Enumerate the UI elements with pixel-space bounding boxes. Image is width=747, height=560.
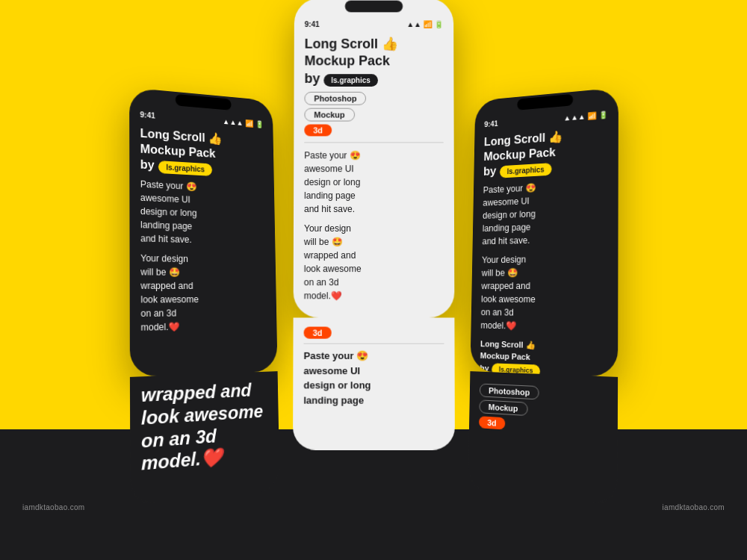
phone-left-body2: Your designwill be 🤩wrapped andlook awes… <box>140 251 267 334</box>
phone-right-inner: 9:41 ▲▲▲ 📶 🔋 Long Scroll 👍Mockup Packby … <box>470 87 619 377</box>
phone-center-title: Long Scroll 👍Mockup Packby ls.graphics <box>304 36 443 87</box>
phone-center-notch <box>338 0 409 14</box>
phone-right-body3: Long Scroll 👍Mockup Packby ls.graphics <box>480 337 607 377</box>
phone-center-tail-text: Paste your 😍awesome UIdesign or longland… <box>303 349 444 408</box>
phone-left-status: 9:41 ▲▲▲ 📶 🔋 <box>140 111 263 128</box>
watermark-left: iamdktaobao.com <box>22 503 84 511</box>
phone-right-icons: ▲▲▲ 📶 🔋 <box>563 111 607 122</box>
phone-left-wrapper: 9:41 ▲▲▲ 📶 🔋 Long Scroll 👍Mockup Packby … <box>129 87 280 505</box>
phone-center-tail: 3d Paste your 😍awesome UIdesign or longl… <box>293 317 455 449</box>
phone-right-tail-tags: Photoshop Mockup 3d <box>479 383 607 436</box>
phone-center-notch-pill <box>344 1 402 13</box>
phone-center-time: 9:41 <box>304 20 319 28</box>
phone-left-time: 9:41 <box>140 111 155 119</box>
phone-center-body1: Paste your 😍awesome UIdesign or longland… <box>304 149 444 216</box>
phone-center-tag-3d: 3d <box>304 125 332 137</box>
phone-right-badge: ls.graphics <box>499 162 552 178</box>
phone-left-inner: 9:41 ▲▲▲ 📶 🔋 Long Scroll 👍Mockup Packby … <box>129 87 278 377</box>
watermark-right: iamdktaobao.com <box>663 503 725 511</box>
phone-center-status: 9:41 ▲▲ 📶 🔋 <box>304 20 443 28</box>
phones-row: 9:41 ▲▲▲ 📶 🔋 Long Scroll 👍Mockup Packby … <box>37 15 710 448</box>
phone-right-tail-tag-mockup: Mockup <box>479 399 527 416</box>
phone-center-wrapper: 9:41 ▲▲ 📶 🔋 Long Scroll 👍Mockup Packby l… <box>293 0 455 450</box>
phone-right-time: 9:41 <box>484 119 498 128</box>
phone-left-tail-italic: wrapped andlook awesomeon an 3dmodel.❤️ <box>140 379 269 476</box>
phone-right-status: 9:41 ▲▲▲ 📶 🔋 <box>484 111 607 128</box>
phone-center-tag-mockup: Mockup <box>304 108 354 122</box>
phone-center-body: 9:41 ▲▲ 📶 🔋 Long Scroll 👍Mockup Packby l… <box>293 0 454 317</box>
phone-left-notch-pill <box>175 94 231 111</box>
phone-right-tail-tag-3d: 3d <box>479 416 505 429</box>
phone-center-tail-tag-3d: 3d <box>303 327 331 339</box>
phone-right-tail-tag-photoshop: Photoshop <box>479 383 539 399</box>
phone-left-body1: Paste your 😍awesome UIdesign or longland… <box>140 177 265 248</box>
phone-center-tag-photoshop: Photoshop <box>304 92 366 105</box>
phone-left-tail-content: wrapped andlook awesomeon an 3dmodel.❤️ <box>129 371 279 485</box>
phone-center-body2: Your designwill be 🤩wrapped andlook awes… <box>303 222 444 302</box>
phone-center-badge: ls.graphics <box>323 74 377 87</box>
phone-center-icons: ▲▲ 📶 🔋 <box>406 20 443 28</box>
phone-left-badge: ls.graphics <box>158 160 213 177</box>
phone-center-divider1 <box>304 143 443 143</box>
phone-left-tail: wrapped andlook awesomeon an 3dmodel.❤️ <box>129 371 279 505</box>
phone-right-wrapper: 9:41 ▲▲▲ 📶 🔋 Long Scroll 👍Mockup Packby … <box>468 87 619 505</box>
phone-center-tail-divider <box>303 343 444 344</box>
phone-left-body: 9:41 ▲▲▲ 📶 🔋 Long Scroll 👍Mockup Packby … <box>129 87 278 377</box>
phone-right-title: Long Scroll 👍Mockup Packby ls.graphics <box>483 126 607 179</box>
main-layout: iamdktaobao.com iamdktaobao.com 9:41 ▲▲▲… <box>0 0 747 560</box>
phone-center-tags: Photoshop Mockup 3d <box>304 92 443 136</box>
phone-right-body: 9:41 ▲▲▲ 📶 🔋 Long Scroll 👍Mockup Packby … <box>470 87 619 377</box>
phone-right-tail-content: Photoshop Mockup 3d <box>468 371 617 450</box>
phone-right-body2: Your designwill be 🤩wrapped andlook awes… <box>480 251 607 334</box>
phone-center-inner: 9:41 ▲▲ 📶 🔋 Long Scroll 👍Mockup Packby l… <box>293 0 454 317</box>
phone-left-icons: ▲▲▲ 📶 🔋 <box>222 117 263 128</box>
phone-center-tail-content: 3d Paste your 😍awesome UIdesign or longl… <box>293 317 455 421</box>
phone-right-notch-pill <box>516 94 572 111</box>
phone-left-title: Long Scroll 👍Mockup Packby ls.graphics <box>140 126 264 179</box>
phone-right-tail: Photoshop Mockup 3d <box>468 371 618 505</box>
phone-right-body1: Paste your 😍awesome UIdesign or longland… <box>482 177 607 248</box>
